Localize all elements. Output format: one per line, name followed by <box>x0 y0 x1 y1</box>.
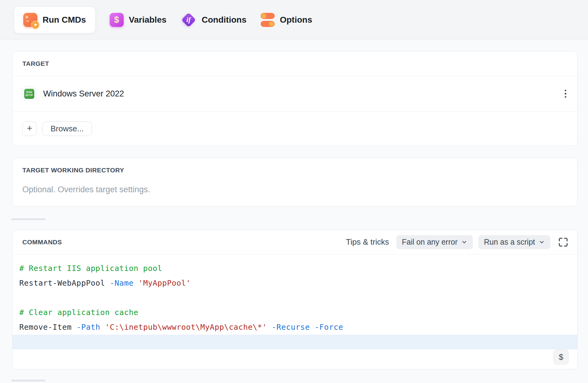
tips-and-tricks-link[interactable]: Tips & tricks <box>346 237 389 247</box>
code-token-plain <box>105 279 110 287</box>
code-token-plain <box>267 323 272 332</box>
insert-variable-button[interactable]: $ <box>553 349 569 365</box>
target-server-row[interactable]: SSH SFTP Windows Server 2022 <box>13 76 577 112</box>
code-line[interactable] <box>13 291 577 305</box>
code-editor[interactable]: # Restart IIS application poolRestart-We… <box>13 254 577 349</box>
code-token-comment: # Clear application cache <box>19 308 138 317</box>
code-token-command: Remove-Item <box>19 323 72 332</box>
code-cursor-line[interactable] <box>13 335 577 349</box>
error-mode-value: Fail on any error <box>402 238 458 246</box>
commands-panel-header: COMMANDS Tips & tricks Fail on any error… <box>13 230 577 254</box>
code-token-parameter: -Recurse <box>272 323 310 332</box>
target-actions-row: + Browse... <box>13 112 577 146</box>
tab-variables[interactable]: $ Variables <box>110 13 167 27</box>
target-panel: TARGET SSH SFTP Windows Server 2022 + Br… <box>12 51 578 146</box>
play-badge-icon <box>32 21 39 28</box>
error-mode-dropdown[interactable]: Fail on any error <box>396 235 473 249</box>
chevron-down-icon <box>539 239 545 245</box>
tab-options[interactable]: Options <box>261 13 312 27</box>
terminal-tilde-glyph: ~ <box>26 18 29 24</box>
dollar-variables-icon: $ <box>110 13 124 27</box>
code-token-plain <box>100 323 105 332</box>
if-glyph: if <box>187 16 191 24</box>
code-token-string: 'MyAppPool' <box>138 279 191 287</box>
add-target-button[interactable]: + <box>22 122 37 136</box>
action-tab-bar: > ~ Run CMDs $ Variables if Conditions O… <box>0 0 588 40</box>
target-title: TARGET <box>22 60 49 67</box>
run-mode-dropdown[interactable]: Run as a script <box>478 235 550 249</box>
code-token-string: 'C:\inetpub\wwwroot\MyApp\cache\*' <box>105 323 267 332</box>
ssh-sftp-icon: SSH SFTP <box>22 86 36 101</box>
sftp-label: SFTP <box>25 94 33 97</box>
commands-controls: Tips & tricks Fail on any error Run as a… <box>346 235 569 249</box>
code-token-command: Restart-WebAppPool <box>19 279 105 287</box>
if-conditions-icon: if <box>181 12 197 28</box>
target-panel-header: TARGET <box>13 51 577 76</box>
code-line[interactable]: Remove-Item -Path 'C:\inetpub\wwwroot\My… <box>13 320 577 335</box>
browse-button[interactable]: Browse... <box>42 122 92 136</box>
tab-run-cmds[interactable]: > ~ Run CMDs <box>14 6 96 33</box>
chevron-down-icon <box>461 239 467 245</box>
commands-title: COMMANDS <box>22 238 62 246</box>
tab-conditions[interactable]: if Conditions <box>181 12 247 28</box>
toggles-options-icon <box>261 13 275 27</box>
working-directory-input[interactable]: Optional. Overrides target settings. <box>22 185 567 194</box>
code-editor-footer: $ <box>13 349 577 369</box>
section-divider <box>11 218 46 220</box>
tab-label: Options <box>280 15 312 25</box>
code-token-plain <box>310 323 315 332</box>
fullscreen-icon <box>558 237 569 248</box>
code-line[interactable]: # Restart IIS application pool <box>13 261 577 276</box>
code-line[interactable]: Restart-WebAppPool -Name 'MyAppPool' <box>13 276 577 291</box>
tab-label: Run CMDs <box>43 15 86 25</box>
fullscreen-button[interactable] <box>558 237 569 248</box>
code-token-parameter: -Name <box>110 279 134 287</box>
ssh-label: SSH <box>26 91 32 94</box>
working-directory-panel: TARGET WORKING DIRECTORY Optional. Overr… <box>12 158 578 207</box>
run-mode-value: Run as a script <box>484 238 535 246</box>
code-token-parameter: -Force <box>315 323 343 332</box>
code-token-plain <box>72 323 77 332</box>
tab-label: Conditions <box>202 15 247 25</box>
kebab-menu-icon[interactable] <box>562 87 570 101</box>
code-token-parameter: -Path <box>77 323 100 332</box>
target-server-name: Windows Server 2022 <box>43 89 124 99</box>
code-token-comment: # Restart IIS application pool <box>19 264 162 273</box>
commands-panel: COMMANDS Tips & tricks Fail on any error… <box>12 230 578 369</box>
code-token-plain <box>134 279 138 287</box>
terminal-play-icon: > ~ <box>23 13 37 27</box>
section-divider <box>11 380 46 381</box>
code-line[interactable]: # Clear application cache <box>13 305 577 320</box>
working-directory-title: TARGET WORKING DIRECTORY <box>22 167 124 174</box>
tab-label: Variables <box>129 15 167 25</box>
